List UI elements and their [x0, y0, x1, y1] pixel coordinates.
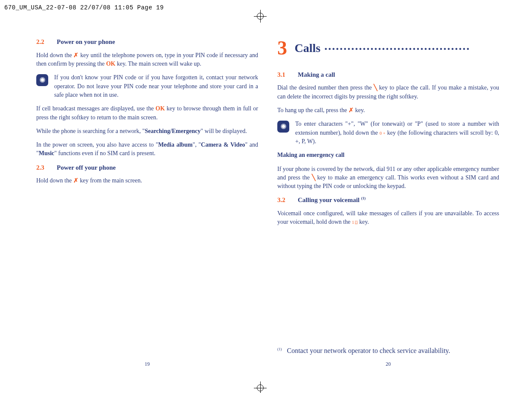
call-key-icon: ╲	[374, 84, 377, 91]
tip-text: If you don't know your PIN code or if yo…	[54, 73, 258, 99]
lightbulb-icon: ✺	[36, 74, 48, 86]
text: Calling your voicemail	[298, 196, 361, 203]
page-number-right: 20	[277, 361, 499, 367]
text: key.	[358, 219, 369, 225]
section-number: 2.2	[36, 38, 49, 47]
text: key from the main screen.	[78, 177, 142, 184]
page-left: 2.2Power on your phone Hold down the ✗ k…	[36, 34, 258, 191]
para: To hang up the call, press the ✗ key.	[277, 106, 499, 115]
section-title: Power on your phone	[57, 38, 115, 45]
text: Dial the desired number then press the	[277, 84, 374, 91]
para: Hold down the ✗ key from the main screen…	[36, 176, 258, 185]
section-title: Making a call	[298, 71, 335, 78]
section-title: Calling your voicemail (1)	[298, 196, 366, 203]
text: key. The main screen will wake up.	[115, 61, 201, 67]
bold-text: Camera & Video	[201, 142, 245, 148]
chapter-title: Calls	[295, 40, 321, 57]
tip-block: ✺ To enter characters "+", "W" (for tone…	[277, 120, 499, 146]
para: While the phone is searching for a netwo…	[36, 127, 258, 136]
ok-key-icon: OK	[106, 61, 116, 67]
hangup-key-icon: ✗	[349, 107, 354, 113]
chapter-heading: 3 Calls ................................…	[277, 34, 499, 63]
subheading-emergency: Making an emergency call	[277, 151, 499, 159]
footnote-marker: (1)	[277, 347, 282, 351]
chapter-dots: ......................................	[320, 39, 470, 52]
text: Voicemail once configured, will take mes…	[277, 210, 499, 225]
section-number: 3.2	[277, 196, 290, 205]
bold-text: Music	[39, 150, 55, 156]
text: If cell broadcast messages are displayed…	[36, 105, 156, 112]
text: Hold down the	[36, 52, 73, 58]
heading-3-2: 3.2Calling your voicemail (1)	[277, 196, 499, 205]
power-key-icon: ✗	[73, 52, 78, 58]
chapter-number: 3	[277, 34, 287, 63]
lightbulb-icon: ✺	[277, 121, 289, 133]
bold-text: Searching/Emergency	[145, 128, 201, 134]
section-number: 3.1	[277, 70, 290, 80]
para: Dial the desired number then press the ╲…	[277, 84, 499, 101]
ok-key-icon: OK	[156, 105, 165, 112]
text: In the power on screen, you also have ac…	[36, 142, 158, 148]
bold-text: Media album	[158, 142, 193, 148]
section-number: 2.3	[36, 163, 49, 173]
footnote-ref: (1)	[361, 196, 366, 200]
footnote-text: Contact your network operator to check s…	[287, 347, 451, 354]
text: To hang up the call, press the	[277, 107, 349, 113]
tip-text: To enter characters "+", "W" (for tonewa…	[295, 120, 499, 146]
footnote: (1) Contact your network operator to che…	[277, 347, 499, 355]
prepress-header: 670_UM_USA_22-07-08 22/07/08 11:05 Page …	[4, 4, 164, 11]
heading-2-3: 2.3Power off your phone	[36, 163, 258, 173]
heading-2-2: 2.2Power on your phone	[36, 38, 258, 47]
text: key.	[354, 107, 365, 113]
para: If your phone is covered by the network,…	[277, 165, 499, 191]
call-key-icon: ╲	[312, 174, 315, 181]
one-voicemail-key-icon: 1 ⌼	[352, 220, 358, 225]
page-right: 3 Calls ................................…	[277, 34, 499, 232]
section-title: Power off your phone	[57, 164, 116, 171]
zero-plus-key-icon: 0 +	[380, 131, 386, 136]
heading-3-1: 3.1Making a call	[277, 70, 499, 80]
tip-block: ✺ If you don't know your PIN code or if …	[36, 73, 258, 99]
text: " functions even if no SIM card is prese…	[54, 150, 155, 156]
text: " will be displayed.	[201, 128, 247, 134]
text: Hold down the	[36, 177, 73, 184]
text: While the phone is searching for a netwo…	[36, 128, 145, 134]
para: Hold down the ✗ key until the telephone …	[36, 51, 258, 69]
para: Voicemail once configured, will take mes…	[277, 209, 499, 227]
power-key-icon: ✗	[73, 177, 78, 184]
text: ", "	[193, 142, 201, 148]
para: If cell broadcast messages are displayed…	[36, 104, 258, 122]
para: In the power on screen, you also have ac…	[36, 141, 258, 158]
page-number-left: 19	[36, 361, 258, 367]
